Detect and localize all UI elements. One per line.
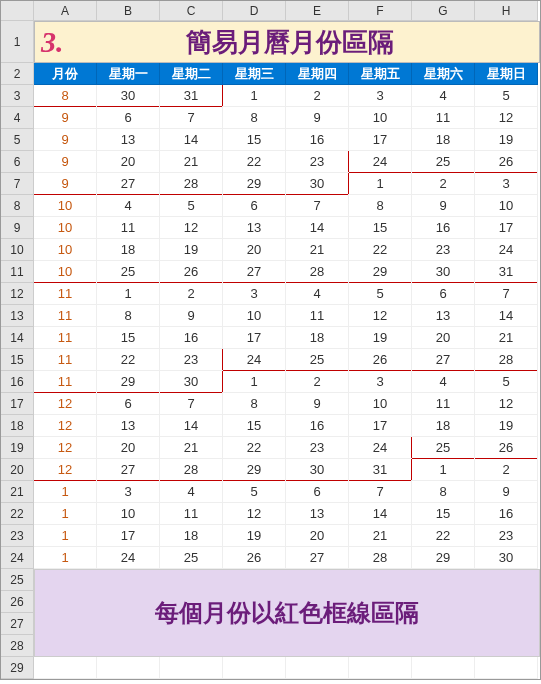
day-cell[interactable]: 29 [412, 547, 475, 569]
hdr-wed[interactable]: 星期三 [223, 63, 286, 85]
row-header-2[interactable]: 2 [1, 63, 34, 85]
day-cell[interactable]: 11 [97, 217, 160, 239]
row-header[interactable]: 5 [1, 129, 34, 151]
hdr-tue[interactable]: 星期二 [160, 63, 223, 85]
day-cell[interactable]: 2 [286, 85, 349, 107]
day-cell[interactable]: 28 [349, 547, 412, 569]
row-header[interactable]: 23 [1, 525, 34, 547]
day-cell[interactable]: 8 [223, 107, 286, 129]
day-cell[interactable]: 3 [475, 173, 538, 195]
day-cell[interactable]: 27 [97, 459, 160, 481]
day-cell[interactable]: 18 [286, 327, 349, 349]
corner-cell[interactable] [1, 1, 34, 21]
month-cell[interactable]: 11 [34, 305, 97, 327]
day-cell[interactable]: 1 [97, 283, 160, 305]
day-cell[interactable]: 24 [223, 349, 286, 371]
day-cell[interactable]: 27 [412, 349, 475, 371]
day-cell[interactable]: 27 [286, 547, 349, 569]
month-cell[interactable]: 9 [34, 173, 97, 195]
row-header[interactable]: 22 [1, 503, 34, 525]
day-cell[interactable]: 22 [97, 349, 160, 371]
col-D[interactable]: D [223, 1, 286, 21]
month-cell[interactable]: 9 [34, 151, 97, 173]
hdr-fri[interactable]: 星期五 [349, 63, 412, 85]
day-cell[interactable]: 15 [223, 415, 286, 437]
row-header-29[interactable]: 29 [1, 657, 34, 679]
day-cell[interactable]: 31 [349, 459, 412, 481]
day-cell[interactable]: 18 [97, 239, 160, 261]
day-cell[interactable]: 30 [475, 547, 538, 569]
day-cell[interactable]: 10 [97, 503, 160, 525]
day-cell[interactable]: 13 [286, 503, 349, 525]
day-cell[interactable]: 7 [160, 393, 223, 415]
cell[interactable] [223, 657, 286, 679]
day-cell[interactable]: 14 [160, 129, 223, 151]
row-header[interactable]: 10 [1, 239, 34, 261]
month-cell[interactable]: 9 [34, 129, 97, 151]
row-header[interactable]: 14 [1, 327, 34, 349]
row-header-26[interactable]: 26 [1, 591, 34, 613]
day-cell[interactable]: 12 [223, 503, 286, 525]
day-cell[interactable]: 23 [475, 525, 538, 547]
day-cell[interactable]: 28 [160, 459, 223, 481]
row-header[interactable]: 13 [1, 305, 34, 327]
day-cell[interactable]: 6 [412, 283, 475, 305]
day-cell[interactable]: 18 [412, 129, 475, 151]
day-cell[interactable]: 26 [475, 437, 538, 459]
day-cell[interactable]: 8 [412, 481, 475, 503]
day-cell[interactable]: 12 [349, 305, 412, 327]
row-header[interactable]: 7 [1, 173, 34, 195]
day-cell[interactable]: 31 [160, 85, 223, 107]
day-cell[interactable]: 28 [286, 261, 349, 283]
day-cell[interactable]: 14 [160, 415, 223, 437]
day-cell[interactable]: 8 [349, 195, 412, 217]
day-cell[interactable]: 6 [97, 107, 160, 129]
row-header[interactable]: 17 [1, 393, 34, 415]
day-cell[interactable]: 26 [223, 547, 286, 569]
day-cell[interactable]: 25 [412, 151, 475, 173]
month-cell[interactable]: 1 [34, 525, 97, 547]
day-cell[interactable]: 9 [286, 393, 349, 415]
day-cell[interactable]: 30 [160, 371, 223, 393]
month-cell[interactable]: 10 [34, 195, 97, 217]
day-cell[interactable]: 12 [160, 217, 223, 239]
day-cell[interactable]: 3 [349, 371, 412, 393]
day-cell[interactable]: 3 [349, 85, 412, 107]
day-cell[interactable]: 20 [97, 437, 160, 459]
row-header-25[interactable]: 25 [1, 569, 34, 591]
month-cell[interactable]: 1 [34, 481, 97, 503]
day-cell[interactable]: 12 [475, 393, 538, 415]
day-cell[interactable]: 14 [475, 305, 538, 327]
row-header[interactable]: 4 [1, 107, 34, 129]
day-cell[interactable]: 8 [223, 393, 286, 415]
day-cell[interactable]: 24 [475, 239, 538, 261]
cell[interactable] [160, 657, 223, 679]
month-cell[interactable]: 10 [34, 217, 97, 239]
day-cell[interactable]: 13 [223, 217, 286, 239]
day-cell[interactable]: 7 [475, 283, 538, 305]
day-cell[interactable]: 2 [412, 173, 475, 195]
day-cell[interactable]: 22 [223, 437, 286, 459]
day-cell[interactable]: 7 [160, 107, 223, 129]
day-cell[interactable]: 5 [475, 371, 538, 393]
day-cell[interactable]: 18 [412, 415, 475, 437]
day-cell[interactable]: 5 [475, 85, 538, 107]
row-header[interactable]: 8 [1, 195, 34, 217]
month-cell[interactable]: 11 [34, 327, 97, 349]
day-cell[interactable]: 3 [223, 283, 286, 305]
day-cell[interactable]: 21 [160, 437, 223, 459]
row-header-1[interactable]: 1 [1, 21, 34, 63]
day-cell[interactable]: 30 [97, 85, 160, 107]
day-cell[interactable]: 8 [97, 305, 160, 327]
day-cell[interactable]: 3 [97, 481, 160, 503]
row-header-28[interactable]: 28 [1, 635, 34, 657]
day-cell[interactable]: 15 [349, 217, 412, 239]
month-cell[interactable]: 12 [34, 393, 97, 415]
day-cell[interactable]: 15 [223, 129, 286, 151]
col-A[interactable]: A [34, 1, 97, 21]
day-cell[interactable]: 1 [349, 173, 412, 195]
day-cell[interactable]: 19 [160, 239, 223, 261]
day-cell[interactable]: 24 [349, 151, 412, 173]
day-cell[interactable]: 21 [475, 327, 538, 349]
day-cell[interactable]: 25 [412, 437, 475, 459]
